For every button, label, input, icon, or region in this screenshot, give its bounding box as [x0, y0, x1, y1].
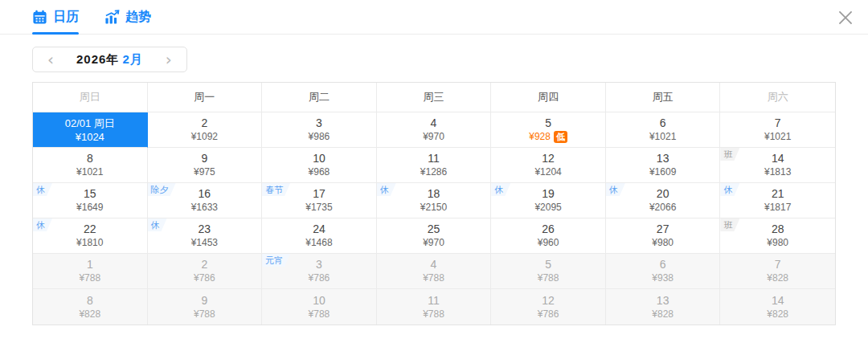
- price-value: ¥1633: [191, 202, 218, 214]
- day-cell[interactable]: 除夕16¥1633: [148, 183, 263, 218]
- day-cell[interactable]: 7¥1021: [720, 112, 835, 148]
- day-price: ¥970: [423, 237, 444, 249]
- day-cell[interactable]: 10¥968: [262, 148, 377, 183]
- day-cell[interactable]: 休18¥2150: [377, 183, 492, 218]
- price-value: ¥788: [79, 272, 100, 284]
- month-navigator: ‹ 2026年2月 ›: [32, 47, 187, 72]
- price-value: ¥1204: [534, 166, 561, 178]
- holiday-badge: 休: [148, 218, 167, 231]
- price-value: ¥975: [194, 166, 215, 178]
- weekday-header: 周四: [491, 83, 606, 112]
- day-price: ¥1021: [76, 166, 103, 178]
- day-cell[interactable]: 4¥788: [377, 254, 492, 289]
- day-cell[interactable]: 8¥1021: [33, 148, 148, 183]
- price-value: ¥788: [423, 272, 444, 284]
- tab-calendar-label: 日历: [53, 9, 79, 26]
- tab-bar: 日历 趋势: [0, 0, 868, 35]
- day-price: ¥786: [309, 272, 330, 284]
- day-cell[interactable]: 休23¥1453: [148, 218, 263, 254]
- calendar-grid: 周日周一周二周三周四周五周六 02/01 周日¥10242¥10923¥9864…: [32, 82, 836, 325]
- day-cell[interactable]: 13¥1609: [606, 148, 721, 183]
- day-cell[interactable]: 13¥828: [606, 289, 721, 325]
- day-cell[interactable]: 6¥938: [606, 254, 721, 289]
- day-cell[interactable]: 休20¥2066: [606, 183, 721, 218]
- day-cell[interactable]: 春节17¥1735: [262, 183, 377, 218]
- day-price: ¥1810: [76, 237, 103, 249]
- day-cell[interactable]: 休19¥2095: [491, 183, 606, 218]
- festival-badge: 除夕: [148, 183, 176, 196]
- close-button[interactable]: [833, 5, 858, 31]
- holiday-badge: 休: [491, 183, 510, 196]
- day-cell[interactable]: 8¥828: [33, 289, 148, 325]
- price-value: ¥1609: [649, 166, 676, 178]
- day-cell[interactable]: 9¥975: [148, 148, 263, 183]
- day-price: ¥1092: [191, 131, 218, 143]
- day-cell[interactable]: 12¥1204: [491, 148, 606, 183]
- day-number: 11: [428, 152, 440, 165]
- price-value: ¥1092: [191, 131, 218, 143]
- day-price: ¥1024: [76, 131, 104, 143]
- day-cell[interactable]: 5¥788: [491, 254, 606, 289]
- workday-badge: 班: [720, 218, 739, 231]
- day-cell[interactable]: 26¥960: [491, 218, 606, 254]
- day-cell[interactable]: 班14¥1813: [720, 148, 835, 183]
- day-number: 25: [428, 222, 440, 236]
- day-cell[interactable]: 1¥788: [33, 254, 148, 289]
- price-value: ¥1468: [305, 237, 332, 249]
- day-price: ¥938: [652, 272, 674, 284]
- day-cell[interactable]: 2¥786: [148, 254, 263, 289]
- calendar-week-row: 02/01 周日¥10242¥10923¥9864¥9705¥928低6¥102…: [33, 112, 835, 148]
- next-month-button[interactable]: ›: [164, 51, 174, 67]
- day-number: 9: [201, 152, 207, 165]
- day-number: 26: [542, 222, 555, 236]
- day-cell[interactable]: 27¥980: [606, 218, 721, 254]
- day-price: ¥980: [767, 237, 788, 249]
- day-number: 14: [772, 294, 784, 308]
- workday-badge: 班: [720, 148, 739, 161]
- day-cell[interactable]: 休21¥1817: [720, 183, 835, 218]
- day-cell[interactable]: 7¥828: [720, 254, 835, 289]
- day-price: ¥1817: [764, 202, 791, 214]
- day-cell[interactable]: 11¥1286: [377, 148, 492, 183]
- day-cell[interactable]: 9¥788: [148, 289, 263, 325]
- price-value: ¥828: [79, 308, 100, 320]
- calendar-week-row: 休15¥1649除夕16¥1633春节17¥1735休18¥2150休19¥20…: [33, 183, 835, 218]
- weekday-header: 周日: [33, 83, 148, 112]
- day-cell[interactable]: 休15¥1649: [33, 183, 148, 218]
- price-value: ¥828: [652, 308, 674, 320]
- prev-month-button[interactable]: ‹: [46, 51, 55, 67]
- day-cell[interactable]: 02/01 周日¥1024: [33, 112, 148, 148]
- day-cell[interactable]: 休22¥1810: [33, 218, 148, 254]
- price-value: ¥1817: [764, 202, 791, 214]
- day-price: ¥1468: [305, 237, 332, 249]
- day-cell[interactable]: 元宵3¥786: [262, 254, 377, 289]
- holiday-badge: 休: [606, 183, 625, 196]
- holiday-badge: 休: [720, 183, 739, 196]
- day-cell[interactable]: 11¥788: [377, 289, 492, 325]
- day-cell[interactable]: 班28¥980: [720, 218, 835, 254]
- day-price: ¥828: [767, 272, 788, 284]
- price-value: ¥1649: [76, 202, 103, 214]
- day-cell[interactable]: 25¥970: [377, 218, 492, 254]
- day-cell[interactable]: 5¥928低: [491, 112, 606, 148]
- day-price: ¥1021: [764, 131, 791, 143]
- price-value: ¥980: [767, 237, 788, 249]
- calendar-icon: [32, 10, 47, 25]
- day-cell[interactable]: 3¥986: [262, 112, 377, 148]
- day-price: ¥1453: [191, 237, 218, 249]
- day-cell[interactable]: 14¥828: [720, 289, 835, 325]
- day-cell[interactable]: 10¥788: [262, 289, 377, 325]
- tab-calendar[interactable]: 日历: [32, 0, 79, 34]
- day-cell[interactable]: 12¥786: [491, 289, 606, 325]
- day-cell[interactable]: 2¥1092: [148, 112, 263, 148]
- day-number: 12: [542, 294, 555, 308]
- day-price: ¥2066: [649, 202, 676, 214]
- day-cell[interactable]: 4¥970: [377, 112, 492, 148]
- festival-badge: 元宵: [262, 254, 290, 267]
- day-number: 10: [313, 294, 326, 308]
- day-cell[interactable]: 6¥1021: [606, 112, 721, 148]
- tab-trend[interactable]: 趋势: [104, 0, 151, 34]
- day-number: 27: [657, 222, 669, 236]
- day-cell[interactable]: 24¥1468: [262, 218, 377, 254]
- day-number: 6: [660, 116, 666, 130]
